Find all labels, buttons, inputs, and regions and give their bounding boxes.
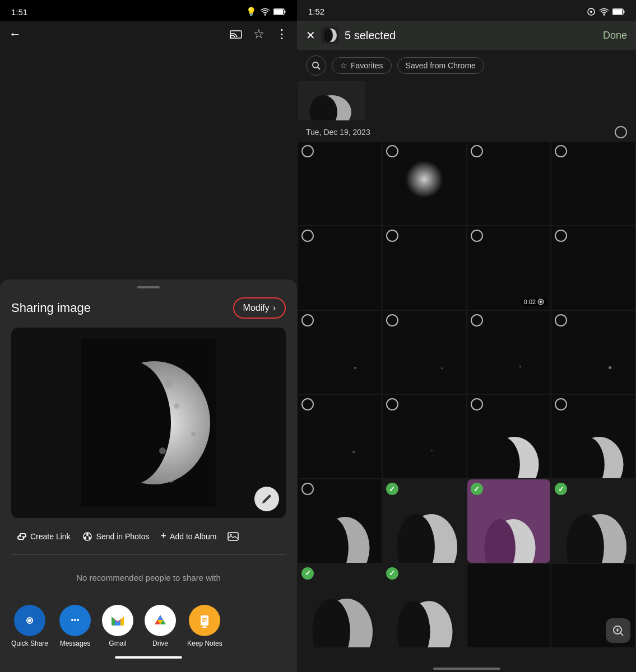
zoom-button[interactable] <box>606 618 630 643</box>
modify-button[interactable]: Modify › <box>233 297 286 319</box>
cell-circle <box>555 145 567 157</box>
quick-share-svg <box>22 613 38 628</box>
grid-cell[interactable] <box>298 395 382 478</box>
video-duration: 0:02 <box>524 298 536 305</box>
grid-cell-selected[interactable]: ✓ <box>298 564 382 647</box>
grid-cell-selected[interactable]: ✓ <box>551 479 635 563</box>
back-button[interactable]: ← <box>9 27 21 41</box>
gmail-app[interactable]: Gmail <box>102 605 133 647</box>
right-status-icons <box>587 7 625 16</box>
date-row: Tue, Dec 19, 2023 <box>297 120 636 142</box>
grid-cell-moon[interactable] <box>298 479 382 563</box>
svg-point-28 <box>77 619 79 621</box>
close-button[interactable]: ✕ <box>306 29 315 42</box>
link-icon <box>17 533 27 540</box>
drive-label: Drive <box>152 640 168 647</box>
cell-circle <box>471 314 483 326</box>
orb-svg <box>403 158 445 200</box>
grid-cell-selected[interactable]: ✓ <box>383 479 466 563</box>
moon-mini-svg <box>304 581 375 647</box>
keep-svg <box>196 612 213 629</box>
more-button[interactable]: ⋮ <box>276 27 288 41</box>
quick-share-label: Quick Share <box>11 640 48 647</box>
grid-cell[interactable] <box>298 311 382 394</box>
keep-notes-app[interactable]: Keep Notes <box>187 605 222 647</box>
sheet-title: Sharing image <box>11 301 91 315</box>
search-chip[interactable] <box>306 55 326 76</box>
grid-cell[interactable] <box>467 142 551 225</box>
action-row: Create Link Send in Photos + Add to Albu… <box>11 527 286 555</box>
wifi-icon-right <box>599 8 609 16</box>
moon-mini-svg <box>389 496 459 563</box>
create-link-button[interactable]: Create Link <box>11 529 76 544</box>
svg-point-12 <box>191 432 196 436</box>
messages-icon <box>59 605 91 636</box>
add-to-album-button[interactable]: + Add to Album <box>155 527 222 545</box>
grid-cell[interactable] <box>298 226 382 310</box>
grid-cell[interactable] <box>383 142 466 225</box>
moon-mini-svg <box>389 581 459 647</box>
partial-image-row <box>297 81 636 120</box>
gmail-icon <box>102 605 133 636</box>
cell-circle <box>301 483 314 495</box>
saved-from-chrome-filter[interactable]: Saved from Chrome <box>397 57 484 74</box>
grid-cell[interactable] <box>467 311 551 394</box>
cell-circle <box>386 230 398 242</box>
svg-rect-21 <box>228 533 238 540</box>
keep-icon <box>189 605 220 636</box>
favorites-filter[interactable]: ☆ Favorites <box>332 57 392 74</box>
date-select-circle[interactable] <box>615 126 627 138</box>
cell-circle <box>555 398 567 410</box>
zoom-icon <box>612 624 624 637</box>
grid-row-5: ✓ ✓ ✓ <box>297 479 636 563</box>
grid-cell[interactable] <box>298 142 382 225</box>
svg-point-10 <box>174 403 179 409</box>
grid-cell[interactable] <box>551 142 635 225</box>
grid-cell[interactable] <box>551 226 635 310</box>
grid-cell[interactable] <box>383 395 466 478</box>
send-in-photos-label: Send in Photos <box>96 532 150 541</box>
moon-mini-svg <box>475 428 542 478</box>
cell-circle <box>386 145 398 157</box>
drive-app[interactable]: Drive <box>145 605 176 647</box>
grid-row-3 <box>297 311 636 394</box>
messages-app[interactable]: Messages <box>59 605 91 647</box>
selected-thumbnail <box>321 26 339 44</box>
svg-rect-40 <box>613 10 622 14</box>
edit-fab-button[interactable] <box>254 487 279 511</box>
star-button[interactable]: ☆ <box>253 27 264 41</box>
grid-cell[interactable] <box>383 311 466 394</box>
grid-cell-selected-purple[interactable]: ✓ <box>467 479 551 563</box>
send-icon <box>82 531 93 542</box>
moon-mini-svg <box>475 500 542 563</box>
moon-svg <box>81 339 216 507</box>
grid-cell[interactable] <box>551 311 635 394</box>
done-button[interactable]: Done <box>603 30 627 41</box>
grid-cell-empty <box>467 564 551 647</box>
more-action-button[interactable] <box>222 529 244 544</box>
filter-row: ☆ Favorites Saved from Chrome <box>297 50 636 81</box>
gmail-label: Gmail <box>109 640 126 647</box>
cell-circle <box>555 230 567 242</box>
svg-point-18 <box>84 536 86 539</box>
home-indicator-left <box>115 656 182 659</box>
drive-icon <box>145 605 176 636</box>
send-in-photos-button[interactable]: Send in Photos <box>76 528 155 545</box>
cell-circle-checked: ✓ <box>386 567 398 580</box>
moon-mini-svg <box>558 496 628 563</box>
grid-cell-selected[interactable]: ✓ <box>383 564 466 647</box>
battery-icon-right <box>612 8 625 15</box>
check-icon: ✓ <box>389 569 395 577</box>
svg-point-16 <box>86 533 89 535</box>
cell-circle <box>555 314 567 326</box>
quick-share-app[interactable]: Quick Share <box>11 605 48 647</box>
grid-cell-moon[interactable] <box>467 395 551 478</box>
cast-button[interactable] <box>230 29 242 39</box>
svg-point-11 <box>159 447 166 454</box>
favorites-star-icon: ☆ <box>340 61 347 70</box>
grid-cell[interactable] <box>383 226 466 310</box>
grid-cell-video[interactable]: 0:02 <box>467 226 551 310</box>
cell-circle <box>301 398 314 410</box>
grid-cell-moon[interactable] <box>551 395 635 478</box>
cell-circle <box>471 145 483 157</box>
